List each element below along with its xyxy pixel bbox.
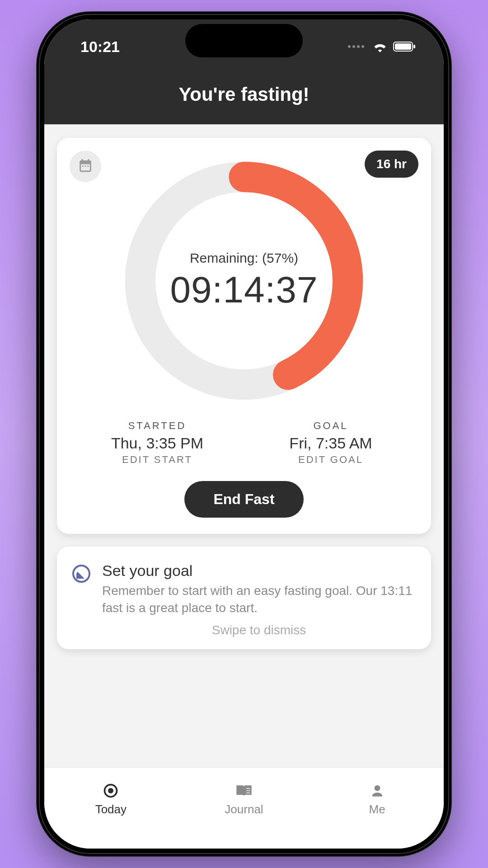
person-icon (368, 782, 386, 800)
status-icons (348, 41, 417, 52)
end-fast-button[interactable]: End Fast (184, 481, 303, 518)
notch (185, 24, 303, 57)
svg-rect-1 (395, 43, 411, 50)
goal-label: GOAL (244, 420, 418, 432)
tip-title: Set your goal (102, 562, 416, 580)
edit-start-button[interactable]: EDIT START (70, 454, 244, 466)
tab-today[interactable]: Today (44, 768, 178, 830)
svg-point-7 (374, 785, 380, 791)
started-column: STARTED Thu, 3:35 PM EDIT START (70, 420, 244, 466)
svg-rect-2 (413, 45, 415, 48)
battery-icon (393, 41, 417, 52)
calendar-button[interactable] (70, 151, 101, 182)
tip-card[interactable]: Set your goal Remember to start with an … (57, 547, 431, 649)
app-header: You're fasting! (44, 74, 444, 124)
journal-icon (235, 782, 253, 800)
times-row: STARTED Thu, 3:35 PM EDIT START GOAL Fri… (70, 420, 418, 466)
status-time: 10:21 (80, 38, 120, 56)
tip-dismiss-hint: Swipe to dismiss (102, 623, 416, 637)
remaining-label: Remaining: (57%) (190, 250, 298, 266)
svg-point-6 (108, 788, 113, 793)
tab-journal-label: Journal (225, 802, 263, 816)
today-icon (102, 782, 120, 800)
page-title: You're fasting! (44, 84, 444, 105)
goal-value: Fri, 7:35 AM (244, 434, 418, 452)
tab-me[interactable]: Me (310, 768, 444, 830)
progress-ring-wrap: Remaining: (57%) 09:14:37 (70, 154, 418, 407)
screen: 10:21 You're fasting! (44, 19, 444, 849)
clock-icon (72, 565, 90, 583)
ring-center: Remaining: (57%) 09:14:37 (117, 154, 371, 407)
edit-goal-button[interactable]: EDIT GOAL (244, 454, 418, 466)
timer-value: 09:14:37 (170, 269, 318, 311)
tab-journal[interactable]: Journal (178, 768, 311, 830)
signal-dots-icon (348, 45, 364, 48)
calendar-icon (78, 158, 93, 175)
tab-bar: Today Journal Me (44, 767, 444, 849)
content-area[interactable]: 16 hr Remaining: (57%) 09:14:37 (44, 124, 444, 767)
goal-column: GOAL Fri, 7:35 AM EDIT GOAL (244, 420, 418, 466)
wifi-icon (372, 41, 388, 52)
progress-ring[interactable]: Remaining: (57%) 09:14:37 (117, 154, 371, 407)
tab-today-label: Today (95, 802, 127, 816)
duration-pill[interactable]: 16 hr (365, 151, 418, 178)
timer-card: 16 hr Remaining: (57%) 09:14:37 (57, 138, 431, 534)
phone-frame: 10:21 You're fasting! (36, 11, 452, 857)
tab-me-label: Me (369, 802, 385, 816)
started-label: STARTED (70, 420, 244, 432)
started-value: Thu, 3:35 PM (70, 434, 244, 452)
tip-body: Set your goal Remember to start with an … (102, 562, 416, 637)
tip-text: Remember to start with an easy fasting g… (102, 582, 416, 617)
